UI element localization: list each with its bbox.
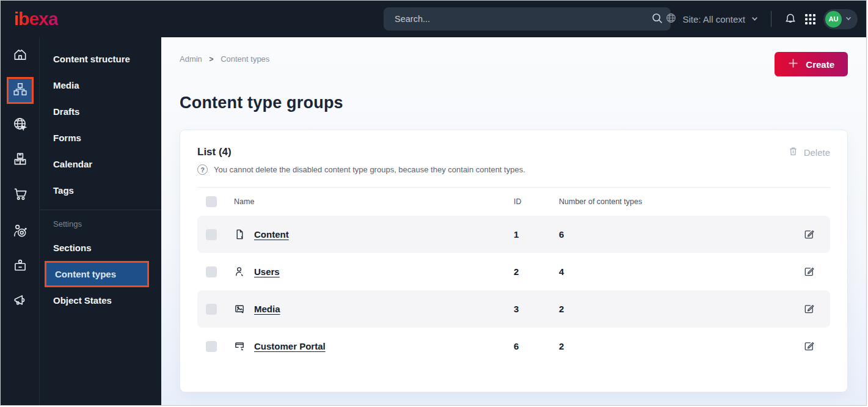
sidebar-item-site[interactable] <box>7 112 34 139</box>
page-title: Content type groups <box>180 94 848 112</box>
list-hint-text: You cannot delete the disabled content t… <box>214 165 525 174</box>
ibexa-logo[interactable]: ibexa <box>14 9 58 29</box>
breadcrumb: Admin > Content types <box>180 52 269 64</box>
main-content: Admin > Content types Create Content typ… <box>161 37 866 405</box>
user-menu[interactable]: AU <box>823 9 858 29</box>
edit-button[interactable] <box>803 340 828 352</box>
row-checkbox[interactable] <box>206 266 217 277</box>
ibexa-admin-window: ibexa Site: All context <box>0 0 867 406</box>
group-id: 6 <box>514 341 559 351</box>
site-globe-icon <box>12 116 28 134</box>
chevron-down-icon <box>751 14 759 24</box>
group-link-content[interactable]: Content <box>254 229 289 240</box>
list-title: List (4) <box>197 146 232 158</box>
search-icon[interactable] <box>651 12 663 27</box>
notifications-bell-icon[interactable] <box>784 12 797 26</box>
breadcrumb-separator: > <box>209 55 213 64</box>
delete-button[interactable]: Delete <box>788 146 830 158</box>
delete-button-label: Delete <box>804 147 830 158</box>
column-header-id: ID <box>514 197 559 206</box>
topbar-divider <box>771 11 771 27</box>
content-structure-icon <box>12 81 28 100</box>
sidebar-item-campaigns[interactable] <box>7 288 34 315</box>
app-switcher-grid-icon[interactable] <box>804 13 816 25</box>
table-row: Users 2 4 <box>197 253 830 290</box>
menu-item-tags[interactable]: Tags <box>40 177 161 204</box>
secondary-sidebar: Content structure Media Drafts Forms Cal… <box>40 37 161 405</box>
group-count: 2 <box>559 304 803 314</box>
table-row: Media 3 2 <box>197 290 830 328</box>
group-count: 2 <box>559 341 803 351</box>
sidebar-item-content-structure[interactable] <box>7 77 34 104</box>
sidebar-item-product-catalog[interactable] <box>7 147 34 174</box>
row-checkbox[interactable] <box>206 304 217 315</box>
group-id: 2 <box>514 266 559 277</box>
global-search <box>384 7 671 31</box>
table-row: Content 1 6 <box>197 216 830 253</box>
media-image-icon <box>234 303 246 315</box>
home-icon <box>12 46 28 65</box>
customer-portal-icon <box>234 340 246 352</box>
menu-item-content-structure[interactable]: Content structure <box>40 46 161 72</box>
avatar: AU <box>825 11 842 28</box>
column-header-count: Number of content types <box>559 197 803 206</box>
audience-target-icon <box>12 223 28 241</box>
group-count: 4 <box>559 266 803 277</box>
table-body: Content 1 6 <box>197 216 830 365</box>
group-link-users[interactable]: Users <box>254 266 280 277</box>
list-card-header: List (4) Delete <box>197 146 830 158</box>
topbar: ibexa Site: All context <box>1 1 866 37</box>
menu-divider <box>40 210 161 210</box>
group-link-media[interactable]: Media <box>254 304 280 314</box>
edit-button[interactable] <box>803 303 828 315</box>
edit-button[interactable] <box>803 266 828 277</box>
group-id: 1 <box>514 229 559 240</box>
content-file-icon <box>234 229 246 240</box>
group-link-customer-portal[interactable]: Customer Portal <box>254 341 326 351</box>
sidebar-item-corporate[interactable] <box>7 254 34 280</box>
menu-item-object-states[interactable]: Object States <box>40 287 161 314</box>
list-hint: ? You cannot delete the disabled content… <box>197 164 830 175</box>
site-context-label: Site: All context <box>682 14 745 24</box>
search-input[interactable] <box>384 7 671 31</box>
list-card: List (4) Delete ? You cannot delete the … <box>180 130 848 392</box>
cart-icon <box>12 186 28 204</box>
sidebar-item-home[interactable] <box>7 42 34 69</box>
menu-item-media[interactable]: Media <box>40 72 161 98</box>
create-button[interactable]: Create <box>775 52 848 76</box>
badge-icon <box>12 258 28 276</box>
sidebar-item-commerce[interactable] <box>7 182 34 208</box>
site-context-selector[interactable]: Site: All context <box>665 12 759 26</box>
create-button-label: Create <box>806 59 834 70</box>
table-row: Customer Portal 6 2 <box>197 328 830 365</box>
packages-icon <box>12 151 28 169</box>
topbar-right-cluster: Site: All context <box>665 1 858 37</box>
breadcrumb-content-types[interactable]: Content types <box>221 54 269 64</box>
table-header-row: Name ID Number of content types <box>197 188 830 216</box>
edit-button[interactable] <box>803 229 828 240</box>
main-header: Admin > Content types Create <box>180 52 848 76</box>
megaphone-icon <box>12 293 28 311</box>
trash-icon <box>788 146 798 158</box>
primary-sidebar <box>1 37 40 405</box>
menu-item-forms[interactable]: Forms <box>40 125 161 151</box>
sidebar-item-personalization[interactable] <box>7 219 34 246</box>
menu-item-content-types[interactable]: Content types <box>45 261 149 287</box>
menu-item-drafts[interactable]: Drafts <box>40 98 161 125</box>
group-count: 6 <box>559 229 803 240</box>
question-circle-icon: ? <box>197 164 208 175</box>
menu-section-settings: Settings <box>40 213 161 235</box>
chevron-down-icon <box>845 13 852 24</box>
menu-item-calendar[interactable]: Calendar <box>40 151 161 177</box>
select-all-checkbox[interactable] <box>206 196 217 207</box>
menu-item-sections[interactable]: Sections <box>40 235 161 261</box>
row-checkbox[interactable] <box>206 229 217 240</box>
plus-icon <box>788 58 798 70</box>
globe-icon <box>665 12 677 26</box>
column-header-name: Name <box>234 197 514 206</box>
breadcrumb-admin[interactable]: Admin <box>180 54 202 64</box>
row-checkbox[interactable] <box>206 341 217 352</box>
group-id: 3 <box>514 304 559 314</box>
users-person-icon <box>234 266 246 277</box>
